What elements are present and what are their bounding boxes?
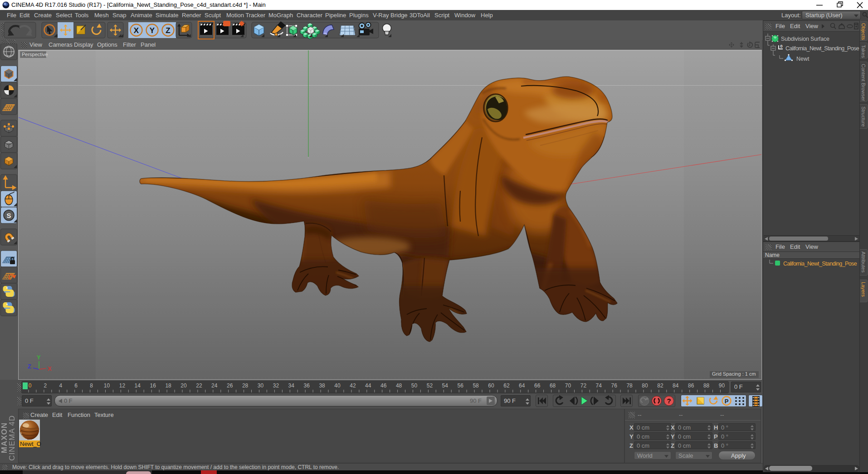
- svg-text:Subdivision Surface: Subdivision Surface: [781, 36, 829, 42]
- svg-text:S: S: [6, 212, 11, 219]
- svg-text:Y: Y: [37, 354, 41, 361]
- svg-text:P: P: [725, 398, 729, 405]
- svg-text:California_Newt_Standing_Pose: California_Newt_Standing_Pose: [783, 261, 857, 267]
- svg-text:?: ?: [667, 397, 671, 405]
- svg-text:Z: Z: [166, 26, 170, 35]
- svg-text:Y: Y: [150, 26, 155, 35]
- svg-text:0: 0: [780, 44, 783, 48]
- svg-text:X: X: [48, 365, 52, 372]
- svg-text:Newt: Newt: [796, 56, 809, 62]
- svg-text:X: X: [134, 26, 139, 35]
- svg-text:California_Newt_Standing_Pose: California_Newt_Standing_Pose: [785, 45, 859, 52]
- svg-text:Z: Z: [28, 363, 31, 370]
